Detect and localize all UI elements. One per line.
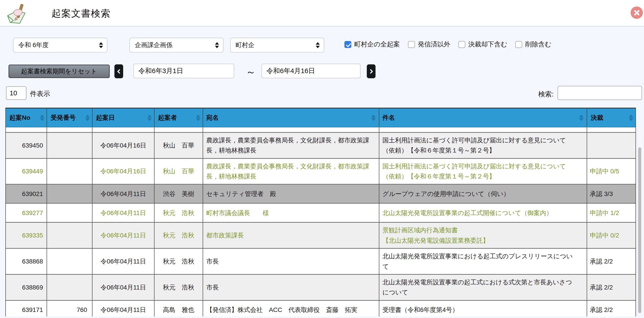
cell-recipient: 【発信済】株式会社 ACC 代表取締役 斎藤 拓実 [203,301,379,316]
cell-receipt-no [47,275,92,300]
cell-receipt-no [47,159,92,184]
column-header-label: 宛名 [206,113,219,123]
column-header[interactable]: 宛名 [203,108,379,127]
cell-author: 高島 雅也 [154,301,203,316]
filter-checkbox[interactable]: 削除含む [515,40,551,49]
sort-icon[interactable] [629,115,633,121]
column-header[interactable]: 起案日 [92,108,154,127]
spacer-cell [92,127,154,132]
cell-draft-date: 令06年04月11日 [92,301,154,316]
cell-subject: 北山太陽光発電所設置事業の起工式開催について（御案内） [379,204,587,222]
results-table: 起案No 受発番号 起案日 起案者 宛名 件名 決裁 639450 令06年04… [5,108,636,316]
table-spacer-row [6,127,636,133]
cell-subject: 国土利用計画法に基づく許可申請及び届出に対する意見について （依頼）【令和６年度… [379,159,587,184]
cell-draft-no: 639171 [6,301,47,316]
table-body: 639450 令06年04月16日 秋山 百華 農政課長，農業委員会事務局長，文… [6,133,636,316]
column-header[interactable]: 決裁 [587,108,636,127]
cell-author: 秋元 浩秋 [154,249,203,274]
cell-draft-no: 639021 [6,185,47,203]
column-header[interactable]: 起案者 [154,108,203,127]
table-row[interactable]: 639335 令06年04月11日 秋元 浩秋 都市政策課長 景観計画区域内行為… [6,223,636,249]
checkbox-icon[interactable] [515,41,522,48]
filter-checkbox-group: 町村企の全起案 発信済以外 決裁却下含む 削除含む [344,40,551,49]
cell-subject: グループウェアの使用申請について（伺い） [379,185,587,203]
table-scrollbar[interactable] [637,128,642,316]
table-row[interactable]: 638869 令06年04月11日 秋元 浩秋 市長 北山太陽光発電所設置事業の… [6,275,636,301]
fiscal-year-select[interactable]: 令和 6年度 [13,38,108,53]
table-row[interactable]: 639450 令06年04月16日 秋山 百華 農政課長，農業委員会事務局長，文… [6,133,636,159]
page-title: 起案文書検索 [52,7,110,20]
cell-recipient: 農政課長，農業委員会事務局長，文化財課長，都市政策課 長，耕地林務課長 [203,159,379,184]
search-input[interactable] [558,86,642,100]
cell-approval-status: 申請中 1/2 [587,204,636,222]
sort-icon[interactable] [147,115,152,121]
cell-approval-status [587,133,636,158]
sort-icon[interactable] [196,115,200,121]
column-header[interactable]: 件名 [379,108,587,127]
cell-recipient: セキュリティ管理者 殿 [203,185,379,203]
cell-subject: 受理書（令和6年度第4号） [379,301,587,316]
cell-approval-status: 申請中 0/5 [587,159,636,184]
page-size-label: 件表示 [30,89,50,98]
table-row[interactable]: 639449 令06年04月16日 秋山 百華 農政課長，農業委員会事務局長，文… [6,159,636,185]
sort-icon[interactable] [85,115,90,121]
column-header-label: 受発番号 [50,113,76,123]
column-header[interactable]: 起案No [6,108,47,127]
cell-draft-date: 令06年04月16日 [92,133,154,158]
cell-draft-date: 令06年04月11日 [92,275,154,300]
table-row[interactable]: 639277 令06年04月11日 秋元 浩秋 町村市議会議長 様 北山太陽光発… [6,204,636,223]
checkbox-label: 決裁却下含む [468,40,508,49]
reset-period-button[interactable]: 起案書検索期間をリセット [8,65,110,78]
checkbox-label: 削除含む [525,40,551,49]
cell-approval-status: 承認 2/2 [587,301,636,316]
filter-checkbox[interactable]: 町村企の全起案 [344,40,400,49]
cell-draft-no: 639335 [6,223,47,248]
cell-receipt-no [47,133,92,158]
sort-icon[interactable] [40,115,44,121]
cell-approval-status: 承認 2/2 [587,275,636,300]
column-header-label: 起案日 [96,113,115,123]
cell-subject: 北山太陽光発電所設置事業における起工式のプレスリリースについ て [379,249,587,274]
group-select[interactable]: 町村企 [230,38,324,53]
cell-recipient: 都市政策課長 [203,223,379,248]
cell-draft-date: 令06年04月11日 [92,185,154,203]
cell-receipt-no [47,223,92,248]
checkbox-label: 発信済以外 [418,40,450,49]
previous-period-button[interactable] [114,64,123,78]
cell-draft-date: 令06年04月11日 [92,204,154,222]
chevron-left-icon [117,69,122,74]
scrollbar-thumb[interactable] [638,147,641,313]
cell-recipient: 市長 [203,249,379,274]
cell-receipt-no [47,249,92,274]
cell-subject: 景観計画区域内行為通知書 【北山太陽光発電設備設置業務委託】 [379,223,587,248]
checkbox-icon[interactable] [408,41,415,48]
date-from-input[interactable] [134,64,234,78]
filter-checkbox[interactable]: 発信済以外 [408,40,450,49]
cell-recipient: 市長 [203,275,379,300]
checkbox-icon[interactable] [458,41,465,48]
sort-icon[interactable] [371,115,376,121]
column-header[interactable]: 受発番号 [47,108,92,127]
cell-recipient: 町村市議会議長 様 [203,204,379,222]
table-row[interactable]: 639021 令06年04月11日 渋谷 美樹 セキュリティ管理者 殿 グループ… [6,185,636,204]
cell-receipt-no: 760 [47,301,92,316]
sort-icon[interactable] [579,115,584,121]
cell-receipt-no [47,185,92,203]
spacer-cell [379,127,587,132]
cell-author: 秋元 浩秋 [154,275,203,300]
page-size-input[interactable] [6,86,26,100]
column-header-label: 決裁 [591,113,603,123]
filter-checkbox[interactable]: 決裁却下含む [458,40,508,49]
next-period-button[interactable] [367,64,376,78]
cell-author: 秋山 百華 [154,133,203,158]
checkbox-icon[interactable] [344,41,351,48]
close-button[interactable] [630,7,643,19]
table-row[interactable]: 638868 令06年04月11日 秋元 浩秋 市長 北山太陽光発電所設置事業に… [6,249,636,275]
section-select[interactable]: 企画課企画係 [130,38,224,53]
table-row[interactable]: 639171 760 令06年04月11日 高島 雅也 【発信済】株式会社 AC… [6,301,636,316]
date-to-input[interactable] [262,64,360,78]
cell-approval-status: 承認 3/3 [587,185,636,203]
title-bar: 起案文書検索 [0,0,644,27]
select-spinner-icon [99,42,103,48]
select-spinner-icon [215,42,219,48]
